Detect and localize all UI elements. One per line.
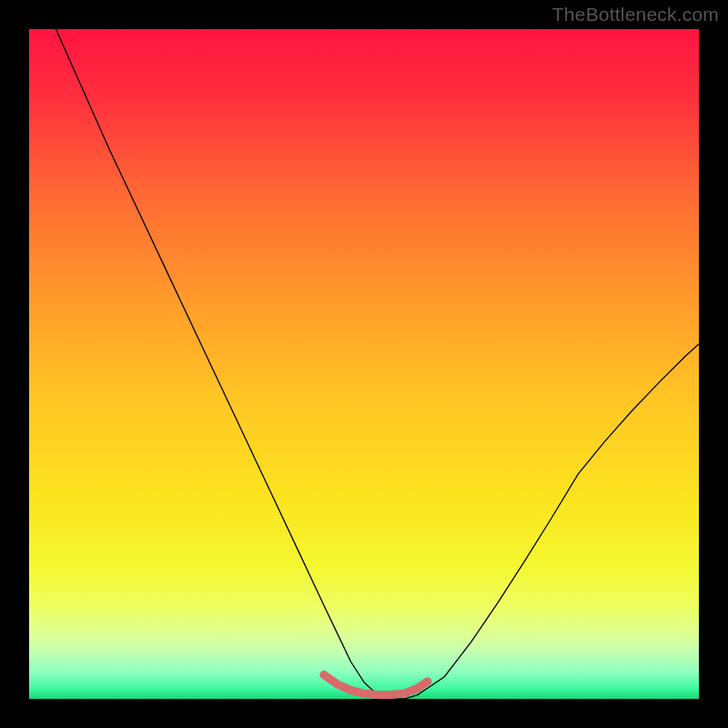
plot-background	[29, 29, 699, 699]
chart-frame: TheBottleneck.com	[0, 0, 728, 728]
bottleneck-chart	[0, 0, 728, 728]
watermark: TheBottleneck.com	[552, 4, 719, 25]
